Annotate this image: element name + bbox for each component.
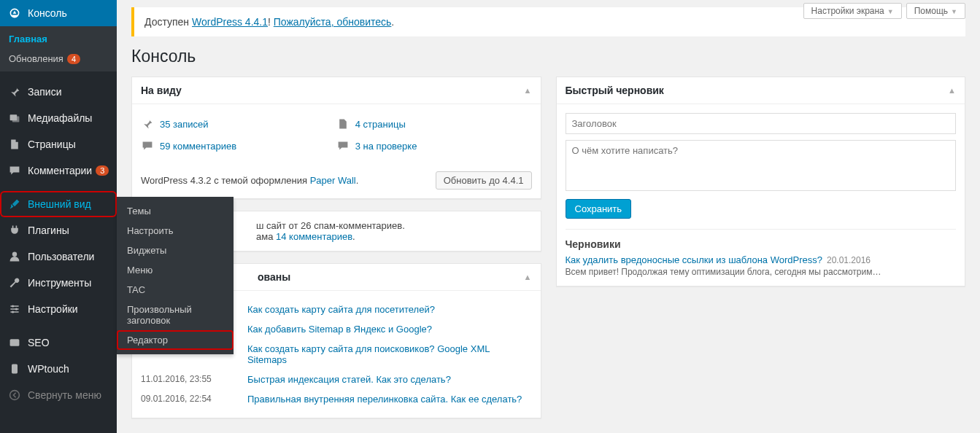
draft-excerpt: Всем привет! Продолжая тему оптимизации … xyxy=(566,267,957,277)
media-icon xyxy=(7,111,22,125)
appearance-flyout: Темы Настроить Виджеты Меню TAC Произвол… xyxy=(117,197,234,354)
mobile-icon xyxy=(7,362,22,376)
help-button[interactable]: Помощь▼ xyxy=(906,3,965,19)
sidebar-item-appearance[interactable]: Внешний вид xyxy=(0,191,117,217)
quickdraft-title: Быстрый черновик xyxy=(566,85,664,96)
page-title: Консоль xyxy=(131,47,965,66)
sidebar-item-wptouch[interactable]: WPtouch xyxy=(0,356,117,382)
dashboard-icon xyxy=(7,6,22,20)
glance-title: На виду xyxy=(141,85,182,96)
chevron-down-icon: ▼ xyxy=(951,8,957,15)
sidebar-item-console[interactable]: Консоль xyxy=(0,0,117,26)
svg-rect-6 xyxy=(10,339,20,346)
glance-version-text: WordPress 4.3.2 с темой оформления Paper… xyxy=(141,175,358,186)
pin-icon xyxy=(7,85,22,99)
quickdraft-save-button[interactable]: Сохранить xyxy=(566,199,632,219)
activity-link[interactable]: Как создать карту сайта для поисковиков?… xyxy=(247,343,532,365)
quickdraft-title-input[interactable] xyxy=(566,113,957,134)
comment-icon xyxy=(141,139,154,152)
right-column: Быстрый черновик ▲ Сохранить Черновики К… xyxy=(556,77,966,418)
glance-posts: 35 записей xyxy=(141,113,336,135)
svg-rect-1 xyxy=(12,117,20,122)
glance-moderation-link[interactable]: 3 на проверке xyxy=(355,141,417,152)
flyout-tac[interactable]: TAC xyxy=(117,280,234,300)
page-icon xyxy=(7,137,22,152)
nag-version-link[interactable]: WordPress 4.4.1 xyxy=(192,16,268,28)
activity-link[interactable]: Быстрая индексация статей. Как это сдела… xyxy=(247,374,451,385)
quickdraft-content-input[interactable] xyxy=(566,140,957,191)
sidebar-item-seo[interactable]: SEO xyxy=(0,329,117,356)
comment-icon xyxy=(7,163,22,178)
sidebar-item-tools[interactable]: Инструменты xyxy=(0,270,117,296)
svg-point-3 xyxy=(12,305,14,307)
svg-point-2 xyxy=(12,252,17,257)
draft-date: 20.01.2016 xyxy=(827,255,871,265)
activity-row: 11.01.2016, 23:55Быстрая индексация стат… xyxy=(141,370,532,389)
svg-point-8 xyxy=(10,391,20,400)
sidebar-item-pages[interactable]: Страницы xyxy=(0,131,117,157)
sidebar-item-posts[interactable]: Записи xyxy=(0,79,117,105)
activity-date: 11.01.2016, 23:55 xyxy=(141,374,236,384)
glance-posts-link[interactable]: 35 записей xyxy=(160,119,209,130)
pin-icon xyxy=(141,117,154,130)
nag-update-link[interactable]: Пожалуйста, обновитесь xyxy=(274,16,392,28)
svg-point-5 xyxy=(12,311,14,313)
chevron-down-icon: ▼ xyxy=(887,8,894,15)
drafts-heading: Черновики xyxy=(566,238,957,250)
user-icon xyxy=(7,249,22,264)
glance-comments-link[interactable]: 59 комментариев xyxy=(160,141,236,152)
sidebar-item-comments[interactable]: Комментарии 3 xyxy=(0,157,117,184)
main-content: Настройки экрана▼ Помощь▼ Доступен WordP… xyxy=(117,0,980,433)
sidebar-label: Консоль xyxy=(28,7,67,19)
sidebar-collapse[interactable]: Свернуть меню xyxy=(0,382,117,408)
plugin-icon xyxy=(7,223,22,238)
sliders-icon xyxy=(7,302,22,316)
sidebar-item-users[interactable]: Пользователи xyxy=(0,243,117,270)
flyout-header[interactable]: Произвольный заголовок xyxy=(117,300,234,330)
toggle-arrow-icon[interactable]: ▲ xyxy=(524,273,532,281)
admin-sidebar: Консоль Главная Обновления 4 Записи Меди… xyxy=(0,0,117,433)
console-submenu: Главная Обновления 4 xyxy=(0,26,117,71)
flyout-editor[interactable]: Редактор xyxy=(117,330,234,350)
flyout-customize[interactable]: Настроить xyxy=(117,221,234,241)
glance-comments: 59 комментариев xyxy=(141,135,336,157)
comment-icon xyxy=(336,139,350,152)
drafts-section: Черновики Как удалить вредоносные ссылки… xyxy=(566,229,957,277)
quickdraft-box: Быстрый черновик ▲ Сохранить Черновики К… xyxy=(556,77,966,286)
comments-badge: 3 xyxy=(96,165,109,176)
toggle-arrow-icon[interactable]: ▲ xyxy=(948,86,956,95)
sidebar-item-home[interactable]: Главная xyxy=(0,29,117,49)
page-icon xyxy=(336,117,350,130)
activity-link[interactable]: Как создать карту сайта для посетителей? xyxy=(247,304,435,315)
glance-pages-link[interactable]: 4 страницы xyxy=(355,119,406,130)
akismet-line2: ама 14 комментариев. xyxy=(256,231,532,242)
svg-point-4 xyxy=(15,308,18,310)
screen-options-button[interactable]: Настройки экрана▼ xyxy=(803,3,902,19)
wrench-icon xyxy=(7,276,22,290)
updates-badge: 4 xyxy=(67,54,80,64)
activity-link[interactable]: Правильная внутренняя перелинковка сайта… xyxy=(247,394,522,405)
glance-moderation: 3 на проверке xyxy=(336,135,532,157)
svg-rect-7 xyxy=(12,364,18,374)
toggle-arrow-icon[interactable]: ▲ xyxy=(524,86,532,95)
flyout-menus[interactable]: Меню xyxy=(117,260,234,280)
sidebar-item-plugins[interactable]: Плагины xyxy=(0,217,117,243)
flyout-themes[interactable]: Темы xyxy=(117,201,234,221)
collapse-icon xyxy=(7,388,22,402)
draft-link[interactable]: Как удалить вредоносные ссылки из шаблон… xyxy=(566,254,822,265)
sidebar-item-updates[interactable]: Обновления 4 xyxy=(0,49,117,69)
sidebar-item-media[interactable]: Медиафайлы xyxy=(0,105,117,131)
flyout-widgets[interactable]: Виджеты xyxy=(117,241,234,260)
activity-link[interactable]: Как добавить Sitemap в Яндекс и Google? xyxy=(247,324,432,335)
activity-row: 09.01.2016, 22:54Правильная внутренняя п… xyxy=(141,389,532,409)
akismet-line1: ш сайт от 26 спам-комментариев. xyxy=(256,220,532,231)
activity-date: 09.01.2016, 22:54 xyxy=(141,394,236,404)
top-buttons: Настройки экрана▼ Помощь▼ xyxy=(803,3,965,19)
glance-box: На виду ▲ 35 записей 4 страницы xyxy=(131,77,541,199)
update-core-button[interactable]: Обновить до 4.4.1 xyxy=(436,171,532,190)
glance-pages: 4 страницы xyxy=(336,113,532,135)
akismet-spam-link[interactable]: 14 комментариев xyxy=(276,231,352,242)
brush-icon xyxy=(7,197,22,211)
theme-link[interactable]: Paper Wall xyxy=(310,175,356,186)
sidebar-item-settings[interactable]: Настройки xyxy=(0,296,117,322)
